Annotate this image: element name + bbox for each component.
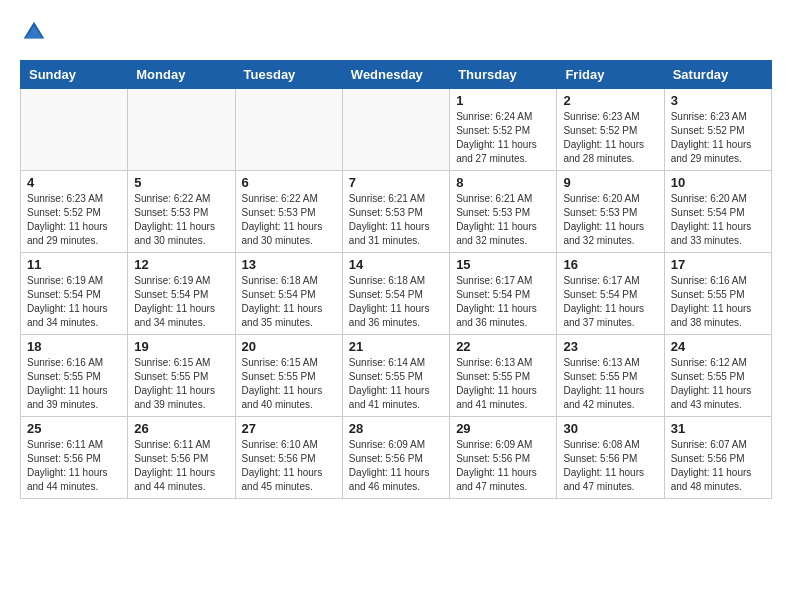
day-number: 23: [563, 339, 657, 354]
calendar-cell: 22Sunrise: 6:13 AM Sunset: 5:55 PM Dayli…: [450, 335, 557, 417]
calendar-cell: 8Sunrise: 6:21 AM Sunset: 5:53 PM Daylig…: [450, 171, 557, 253]
day-number: 26: [134, 421, 228, 436]
day-number: 11: [27, 257, 121, 272]
calendar-cell: 9Sunrise: 6:20 AM Sunset: 5:53 PM Daylig…: [557, 171, 664, 253]
cell-info: Sunrise: 6:16 AM Sunset: 5:55 PM Dayligh…: [671, 274, 765, 330]
cell-info: Sunrise: 6:20 AM Sunset: 5:53 PM Dayligh…: [563, 192, 657, 248]
day-number: 4: [27, 175, 121, 190]
day-number: 22: [456, 339, 550, 354]
calendar-cell: 29Sunrise: 6:09 AM Sunset: 5:56 PM Dayli…: [450, 417, 557, 499]
header: [20, 18, 772, 46]
calendar-cell: 11Sunrise: 6:19 AM Sunset: 5:54 PM Dayli…: [21, 253, 128, 335]
day-number: 25: [27, 421, 121, 436]
cell-info: Sunrise: 6:18 AM Sunset: 5:54 PM Dayligh…: [242, 274, 336, 330]
day-number: 15: [456, 257, 550, 272]
weekday-header-sunday: Sunday: [21, 61, 128, 89]
calendar-cell: 17Sunrise: 6:16 AM Sunset: 5:55 PM Dayli…: [664, 253, 771, 335]
cell-info: Sunrise: 6:17 AM Sunset: 5:54 PM Dayligh…: [563, 274, 657, 330]
calendar-cell: 24Sunrise: 6:12 AM Sunset: 5:55 PM Dayli…: [664, 335, 771, 417]
calendar-cell: 14Sunrise: 6:18 AM Sunset: 5:54 PM Dayli…: [342, 253, 449, 335]
day-number: 31: [671, 421, 765, 436]
calendar-cell: 13Sunrise: 6:18 AM Sunset: 5:54 PM Dayli…: [235, 253, 342, 335]
day-number: 29: [456, 421, 550, 436]
calendar-cell: 21Sunrise: 6:14 AM Sunset: 5:55 PM Dayli…: [342, 335, 449, 417]
calendar-cell: 5Sunrise: 6:22 AM Sunset: 5:53 PM Daylig…: [128, 171, 235, 253]
calendar-body: 1Sunrise: 6:24 AM Sunset: 5:52 PM Daylig…: [21, 89, 772, 499]
day-number: 13: [242, 257, 336, 272]
cell-info: Sunrise: 6:10 AM Sunset: 5:56 PM Dayligh…: [242, 438, 336, 494]
cell-info: Sunrise: 6:14 AM Sunset: 5:55 PM Dayligh…: [349, 356, 443, 412]
calendar: SundayMondayTuesdayWednesdayThursdayFrid…: [20, 60, 772, 499]
cell-info: Sunrise: 6:11 AM Sunset: 5:56 PM Dayligh…: [134, 438, 228, 494]
day-number: 14: [349, 257, 443, 272]
day-number: 18: [27, 339, 121, 354]
calendar-cell: [342, 89, 449, 171]
day-number: 17: [671, 257, 765, 272]
calendar-cell: 23Sunrise: 6:13 AM Sunset: 5:55 PM Dayli…: [557, 335, 664, 417]
calendar-week-2: 11Sunrise: 6:19 AM Sunset: 5:54 PM Dayli…: [21, 253, 772, 335]
calendar-week-0: 1Sunrise: 6:24 AM Sunset: 5:52 PM Daylig…: [21, 89, 772, 171]
logo-icon: [20, 18, 48, 46]
day-number: 12: [134, 257, 228, 272]
cell-info: Sunrise: 6:13 AM Sunset: 5:55 PM Dayligh…: [456, 356, 550, 412]
page: SundayMondayTuesdayWednesdayThursdayFrid…: [0, 0, 792, 509]
calendar-cell: 26Sunrise: 6:11 AM Sunset: 5:56 PM Dayli…: [128, 417, 235, 499]
cell-info: Sunrise: 6:21 AM Sunset: 5:53 PM Dayligh…: [349, 192, 443, 248]
day-number: 21: [349, 339, 443, 354]
cell-info: Sunrise: 6:21 AM Sunset: 5:53 PM Dayligh…: [456, 192, 550, 248]
calendar-cell: 20Sunrise: 6:15 AM Sunset: 5:55 PM Dayli…: [235, 335, 342, 417]
day-number: 5: [134, 175, 228, 190]
calendar-week-3: 18Sunrise: 6:16 AM Sunset: 5:55 PM Dayli…: [21, 335, 772, 417]
calendar-header: SundayMondayTuesdayWednesdayThursdayFrid…: [21, 61, 772, 89]
logo: [20, 18, 52, 46]
weekday-header-saturday: Saturday: [664, 61, 771, 89]
cell-info: Sunrise: 6:23 AM Sunset: 5:52 PM Dayligh…: [563, 110, 657, 166]
cell-info: Sunrise: 6:15 AM Sunset: 5:55 PM Dayligh…: [134, 356, 228, 412]
cell-info: Sunrise: 6:16 AM Sunset: 5:55 PM Dayligh…: [27, 356, 121, 412]
day-number: 27: [242, 421, 336, 436]
day-number: 2: [563, 93, 657, 108]
cell-info: Sunrise: 6:09 AM Sunset: 5:56 PM Dayligh…: [456, 438, 550, 494]
day-number: 6: [242, 175, 336, 190]
calendar-cell: 25Sunrise: 6:11 AM Sunset: 5:56 PM Dayli…: [21, 417, 128, 499]
calendar-cell: 7Sunrise: 6:21 AM Sunset: 5:53 PM Daylig…: [342, 171, 449, 253]
calendar-cell: 6Sunrise: 6:22 AM Sunset: 5:53 PM Daylig…: [235, 171, 342, 253]
calendar-cell: [235, 89, 342, 171]
cell-info: Sunrise: 6:22 AM Sunset: 5:53 PM Dayligh…: [134, 192, 228, 248]
cell-info: Sunrise: 6:23 AM Sunset: 5:52 PM Dayligh…: [27, 192, 121, 248]
weekday-header-friday: Friday: [557, 61, 664, 89]
cell-info: Sunrise: 6:24 AM Sunset: 5:52 PM Dayligh…: [456, 110, 550, 166]
calendar-cell: 15Sunrise: 6:17 AM Sunset: 5:54 PM Dayli…: [450, 253, 557, 335]
calendar-cell: 1Sunrise: 6:24 AM Sunset: 5:52 PM Daylig…: [450, 89, 557, 171]
calendar-cell: 28Sunrise: 6:09 AM Sunset: 5:56 PM Dayli…: [342, 417, 449, 499]
calendar-cell: 30Sunrise: 6:08 AM Sunset: 5:56 PM Dayli…: [557, 417, 664, 499]
calendar-cell: 27Sunrise: 6:10 AM Sunset: 5:56 PM Dayli…: [235, 417, 342, 499]
calendar-cell: 12Sunrise: 6:19 AM Sunset: 5:54 PM Dayli…: [128, 253, 235, 335]
day-number: 8: [456, 175, 550, 190]
cell-info: Sunrise: 6:22 AM Sunset: 5:53 PM Dayligh…: [242, 192, 336, 248]
day-number: 24: [671, 339, 765, 354]
cell-info: Sunrise: 6:19 AM Sunset: 5:54 PM Dayligh…: [27, 274, 121, 330]
day-number: 28: [349, 421, 443, 436]
calendar-cell: 16Sunrise: 6:17 AM Sunset: 5:54 PM Dayli…: [557, 253, 664, 335]
cell-info: Sunrise: 6:11 AM Sunset: 5:56 PM Dayligh…: [27, 438, 121, 494]
calendar-cell: [128, 89, 235, 171]
day-number: 20: [242, 339, 336, 354]
calendar-cell: 2Sunrise: 6:23 AM Sunset: 5:52 PM Daylig…: [557, 89, 664, 171]
calendar-cell: [21, 89, 128, 171]
day-number: 30: [563, 421, 657, 436]
calendar-cell: 31Sunrise: 6:07 AM Sunset: 5:56 PM Dayli…: [664, 417, 771, 499]
weekday-header-tuesday: Tuesday: [235, 61, 342, 89]
calendar-week-1: 4Sunrise: 6:23 AM Sunset: 5:52 PM Daylig…: [21, 171, 772, 253]
calendar-cell: 3Sunrise: 6:23 AM Sunset: 5:52 PM Daylig…: [664, 89, 771, 171]
weekday-header-wednesday: Wednesday: [342, 61, 449, 89]
cell-info: Sunrise: 6:07 AM Sunset: 5:56 PM Dayligh…: [671, 438, 765, 494]
cell-info: Sunrise: 6:15 AM Sunset: 5:55 PM Dayligh…: [242, 356, 336, 412]
day-number: 7: [349, 175, 443, 190]
cell-info: Sunrise: 6:19 AM Sunset: 5:54 PM Dayligh…: [134, 274, 228, 330]
day-number: 10: [671, 175, 765, 190]
cell-info: Sunrise: 6:23 AM Sunset: 5:52 PM Dayligh…: [671, 110, 765, 166]
weekday-header-thursday: Thursday: [450, 61, 557, 89]
cell-info: Sunrise: 6:18 AM Sunset: 5:54 PM Dayligh…: [349, 274, 443, 330]
day-number: 1: [456, 93, 550, 108]
